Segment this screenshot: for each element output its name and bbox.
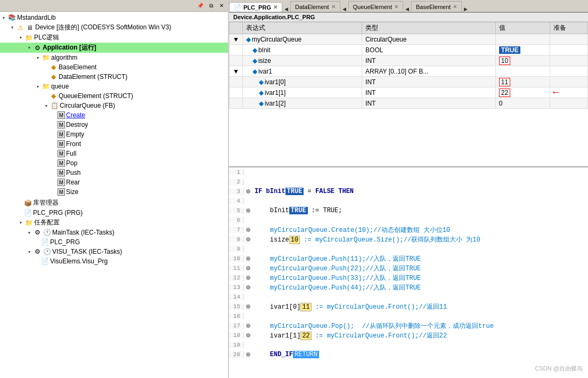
tab-data-element-close[interactable]: ✕	[331, 4, 336, 10]
tree-item-empty[interactable]: M Empty	[0, 130, 228, 139]
base-element-icon: ◆	[49, 63, 58, 71]
row-value-cell[interactable]: 0	[495, 98, 550, 109]
float-icon[interactable]: ⧉	[207, 2, 215, 10]
method-size-icon: M	[58, 188, 65, 196]
var-icon: ◆	[252, 46, 257, 54]
tree-method-pop-label: Pop	[66, 159, 77, 167]
table-row[interactable]: ◆ivar1[2]INT0	[230, 98, 588, 109]
table-row[interactable]: ▼◆myCircularQueueCircularQueue	[230, 34, 588, 45]
row-expand-cell[interactable]: ▼	[230, 66, 243, 77]
queue-expand[interactable]	[35, 84, 40, 89]
tree-item-visu-elems[interactable]: 📄 VisuElems.Visu_Prg	[0, 256, 228, 266]
algo-icon: 📁	[42, 53, 50, 62]
code-editor[interactable]: 123IF bInitTRUE = FALSE THEN45 bInitTRUE…	[229, 167, 588, 378]
line-dot	[244, 189, 252, 194]
tree-item-circular-queue[interactable]: 📋 CircularQueue (FB)	[0, 101, 228, 110]
tree-item-application[interactable]: ⚙ Application [运行]	[0, 43, 228, 53]
tree-root-expand[interactable]	[1, 15, 6, 20]
row-expand-cell[interactable]	[230, 55, 243, 66]
row-expand-cell[interactable]	[230, 87, 243, 98]
tree-item-task-cfg[interactable]: 📁 任务配置	[0, 218, 228, 228]
tab-base-element-close[interactable]: ✕	[453, 4, 457, 10]
close-icon[interactable]: ✕	[217, 2, 226, 10]
main-task-expand[interactable]	[27, 230, 32, 235]
tree-area: 📚 MstandardLib ⚠ 🖥 Device [连接的] (CODESYS…	[0, 12, 228, 378]
row-value-cell[interactable]: 10	[495, 55, 550, 66]
tab-arrow-mid[interactable]: ◀	[340, 6, 348, 12]
col-ready: 准备	[550, 22, 588, 34]
row-expand-cell[interactable]: ▼	[230, 34, 243, 45]
tree-item-queue[interactable]: 📁 queue	[0, 82, 228, 91]
circular-queue-expand[interactable]	[44, 103, 49, 108]
task-cfg-expand[interactable]	[18, 220, 23, 226]
line-content: myCircularQueue.Push(11);//入队，返回TRUE	[252, 254, 588, 263]
val-true-badge: TRUE	[499, 46, 521, 54]
algo-expand[interactable]	[35, 55, 40, 60]
row-value-cell[interactable]: 22	[495, 87, 550, 98]
tab-data-element[interactable]: DataElement ✕	[290, 1, 340, 12]
tree-item-plc-prg[interactable]: 📄 PLC_PRG (PRG)	[0, 208, 228, 218]
table-row[interactable]: ◆ivar1[1]INT22	[230, 87, 588, 98]
line-dot	[244, 256, 252, 261]
tab-queue-element[interactable]: QueueElement ✕	[348, 1, 403, 12]
tree-item-size[interactable]: M Size	[0, 187, 228, 197]
val-boxed-badge: 22	[499, 89, 510, 97]
col-type: 类型	[362, 22, 496, 34]
tab-plc-prg-close[interactable]: ✕	[273, 4, 277, 10]
visu-task-expand[interactable]	[27, 249, 32, 254]
table-row[interactable]: ◆ivar1[0]INT11	[230, 77, 588, 87]
code-line: 18 ivar1[1]22 := myCircularQueue.Front()…	[229, 331, 588, 340]
row-value-cell[interactable]	[495, 34, 550, 45]
tree-item-plc-prg2[interactable]: 📄 PLC_PRG	[0, 237, 228, 247]
tab-arrow-mid2[interactable]: ◀	[403, 6, 411, 12]
tree-item-algorithm[interactable]: 📁 algorithm	[0, 53, 228, 62]
code-line: 16	[229, 311, 588, 321]
line-number: 6	[229, 217, 244, 223]
table-row[interactable]: ◆isizeINT10	[230, 55, 588, 66]
tree-item-plc-logic[interactable]: 📁 PLC逻辑	[0, 33, 228, 43]
tree-item-push[interactable]: M Push	[0, 168, 228, 178]
row-value-cell[interactable]: TRUE	[495, 45, 550, 55]
row-value-cell[interactable]	[495, 66, 550, 77]
tab-arrow-right[interactable]: ▶	[462, 6, 470, 12]
tree-item-lib-mgr[interactable]: 📦 库管理器	[0, 198, 228, 208]
plc-logic-expand[interactable]	[18, 35, 23, 41]
tab-queue-element-close[interactable]: ✕	[394, 4, 398, 10]
method-push-icon: M	[58, 169, 65, 176]
app-expand[interactable]	[27, 45, 32, 51]
tree-item-destroy[interactable]: M Destroy	[0, 120, 228, 130]
var-icon: ◆	[259, 100, 264, 107]
tree-item-pop[interactable]: M Pop	[0, 158, 228, 168]
row-expand-cell[interactable]	[230, 45, 243, 55]
tab-plc-prg[interactable]: 📄 PLC_PRG ✕	[229, 2, 282, 13]
tree-item-full[interactable]: M Full	[0, 149, 228, 158]
tree-root[interactable]: 📚 MstandardLib	[0, 13, 228, 22]
row-expand-cell[interactable]	[230, 98, 243, 109]
pin-icon[interactable]: 📌	[196, 2, 205, 10]
device-expand[interactable]	[10, 25, 15, 30]
val-boxed-badge: 10	[499, 57, 510, 65]
line-content: bInitTRUE := TRUE;	[252, 207, 588, 214]
tree-item-data-element[interactable]: ◆ DataElement (STRUCT)	[0, 72, 228, 82]
tree-item-create[interactable]: M Create	[0, 110, 228, 120]
row-expand-cell[interactable]	[230, 77, 243, 87]
tab-plc-prg-icon: 📄	[234, 4, 241, 11]
tree-algo-label: algorithm	[51, 54, 77, 61]
tree-item-front[interactable]: M Front	[0, 139, 228, 149]
row-value-cell[interactable]: 11	[495, 77, 550, 87]
line-number: 14	[229, 294, 244, 300]
tree-item-base-element[interactable]: ◆ BaseElement	[0, 62, 228, 72]
tab-arrow-left[interactable]: ◀	[282, 6, 290, 12]
tree-item-rear[interactable]: M Rear	[0, 178, 228, 187]
tree-item-queue-element[interactable]: ◆ QueueElement (STRUCT)	[0, 91, 228, 101]
val-boxed-badge: 11	[499, 78, 510, 86]
tab-base-element[interactable]: BaseElement ✕	[411, 1, 462, 12]
line-number: 17	[229, 323, 244, 329]
row-type-cell: CircularQueue	[362, 34, 496, 45]
tree-item-visu-task[interactable]: ⚙ 🕐 VISU_TASK (IEC-Tasks)	[0, 247, 228, 256]
tree-item-main-task[interactable]: ⚙ 🕐 MainTask (IEC-Tasks)	[0, 228, 228, 237]
line-number: 8	[229, 236, 244, 243]
tree-item-device[interactable]: ⚠ 🖥 Device [连接的] (CODESYS SoftMotion Win…	[0, 22, 228, 33]
table-row[interactable]: ◆bInitBOOLTRUE	[230, 45, 588, 55]
table-row[interactable]: ▼◆ivar1ARRAY [0..10] OF B...	[230, 66, 588, 77]
